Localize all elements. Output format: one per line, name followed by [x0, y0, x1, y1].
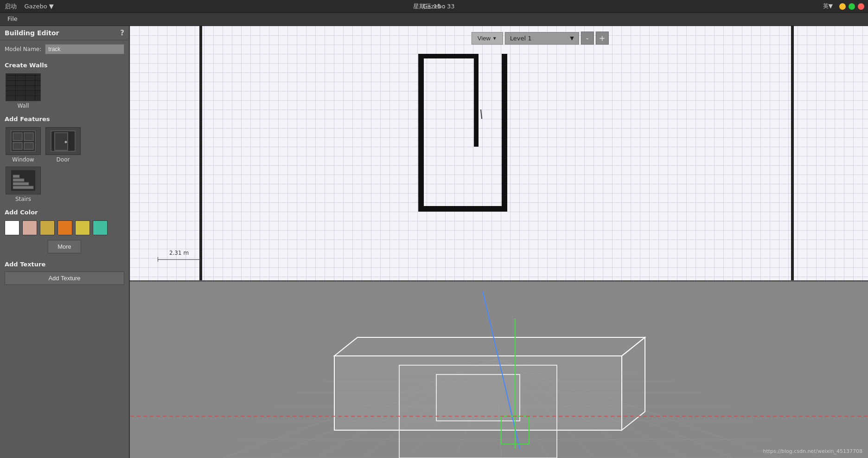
panel-header: Building Editor ? — [0, 26, 129, 40]
window-icon-svg — [10, 130, 36, 152]
stairs-grid: Stairs — [0, 166, 129, 205]
svg-rect-2 — [24, 133, 33, 141]
stairs-icon-svg — [10, 169, 36, 192]
level-minus-button[interactable]: - — [581, 32, 594, 45]
close-button[interactable] — [858, 3, 864, 10]
svg-rect-3 — [13, 142, 22, 149]
maximize-button[interactable] — [849, 3, 855, 10]
3d-background — [130, 282, 868, 458]
help-button[interactable]: ? — [120, 29, 124, 37]
color-swatch-beige[interactable] — [22, 220, 37, 235]
door-tool[interactable]: Door — [45, 127, 82, 163]
color-swatch-yellow-light[interactable] — [40, 220, 55, 235]
wall-label: Wall — [17, 103, 29, 109]
svg-rect-17 — [418, 54, 479, 58]
scale-bar: 2.31 m — [158, 250, 200, 262]
window-label: Window — [12, 156, 34, 163]
scale-label: 2.31 m — [169, 250, 189, 256]
section-add-color: Add Color — [0, 205, 129, 218]
app-label: 启动 Gazebo ▼ — [5, 2, 54, 11]
level-select[interactable]: Level 1 ▼ — [505, 32, 579, 45]
menu-file[interactable]: File — [3, 14, 22, 24]
wall-tool[interactable]: Wall — [5, 73, 42, 109]
color-swatch-white[interactable] — [5, 220, 19, 235]
level-plus-button[interactable]: + — [596, 32, 609, 45]
left-panel: Building Editor ? Model Name: Create Wal… — [0, 26, 130, 458]
minimize-button[interactable] — [839, 3, 846, 10]
door-label: Door — [57, 156, 70, 163]
color-swatch-orange[interactable] — [57, 220, 72, 235]
color-swatch-teal[interactable] — [93, 220, 108, 235]
titlebar: 启动 Gazebo ▼ 星期三 15：33 Gazebo 英▼ — [0, 0, 868, 13]
svg-rect-12 — [13, 175, 19, 178]
window-controls: 英▼ — [823, 2, 864, 10]
scale-line — [158, 257, 200, 262]
section-create-walls: Create Walls — [0, 58, 129, 71]
color-swatches — [0, 218, 129, 238]
svg-rect-15 — [418, 206, 507, 212]
panel-title: Building Editor — [5, 29, 59, 37]
svg-point-7 — [65, 141, 67, 143]
window-icon — [6, 127, 41, 155]
left-divider — [199, 26, 202, 280]
wall-icon — [6, 73, 41, 101]
3d-scene-svg — [130, 282, 868, 458]
main-layout: Building Editor ? Model Name: Create Wal… — [0, 26, 868, 458]
svg-rect-9 — [13, 186, 33, 189]
svg-marker-44 — [334, 337, 645, 356]
door-icon-svg — [50, 130, 76, 152]
svg-rect-14 — [502, 54, 507, 212]
editor-toolbar: View ▼ Level 1 ▼ - + — [472, 32, 609, 45]
clock: 星期三 15：33 — [413, 2, 454, 11]
svg-line-18 — [481, 110, 482, 119]
editor-2d: View ▼ Level 1 ▼ - + 2.31 m — [130, 26, 868, 282]
building-2d — [400, 49, 539, 227]
door-icon — [45, 127, 81, 155]
create-walls-grid: Wall — [0, 71, 129, 112]
model-name-row: Model Name: — [0, 40, 129, 58]
svg-rect-47 — [436, 374, 520, 421]
stairs-label: Stairs — [15, 196, 31, 202]
svg-rect-16 — [474, 54, 479, 147]
menubar: File — [0, 13, 868, 26]
view-3d: https://blog.csdn.net/weixin_45137708 — [130, 282, 868, 458]
svg-rect-13 — [418, 54, 424, 212]
right-area: View ▼ Level 1 ▼ - + 2.31 m — [130, 26, 868, 458]
scale-horizontal — [158, 259, 200, 260]
svg-rect-4 — [24, 142, 33, 149]
stairs-tool[interactable]: Stairs — [5, 167, 42, 202]
svg-rect-1 — [13, 133, 22, 141]
url-watermark: https://blog.csdn.net/weixin_45137708 — [763, 448, 862, 454]
view-arrow-icon: ▼ — [492, 36, 497, 41]
svg-rect-11 — [13, 179, 24, 181]
stairs-icon — [6, 167, 41, 194]
svg-rect-10 — [13, 182, 29, 185]
model-name-input[interactable] — [45, 44, 124, 54]
building-2d-svg — [400, 49, 539, 226]
model-name-label: Model Name: — [5, 46, 41, 52]
right-divider — [791, 26, 794, 280]
window-tool[interactable]: Window — [5, 127, 42, 163]
section-add-texture: Add Texture — [0, 257, 129, 270]
scale-tick-right — [200, 257, 200, 262]
color-swatch-yellow[interactable] — [75, 220, 90, 235]
lang-selector[interactable]: 英▼ — [823, 2, 833, 10]
chevron-down-icon: ▼ — [570, 35, 574, 41]
add-features-grid: Window Door — [0, 124, 129, 166]
section-add-features: Add Features — [0, 112, 129, 124]
more-button[interactable]: More — [48, 240, 81, 253]
add-texture-button[interactable]: Add Texture — [5, 271, 124, 285]
view-button[interactable]: View ▼ — [472, 32, 503, 45]
